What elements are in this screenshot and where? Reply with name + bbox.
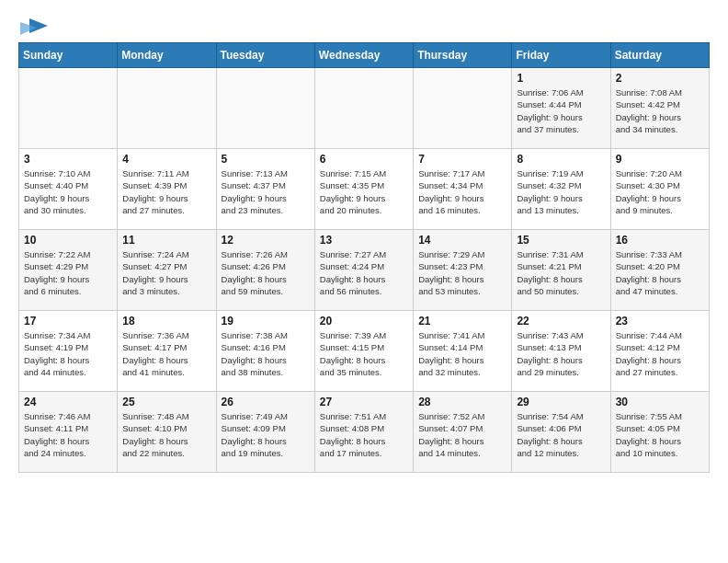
calendar-cell: 28Sunrise: 7:52 AM Sunset: 4:07 PM Dayli…	[414, 392, 512, 473]
calendar-cell: 30Sunrise: 7:55 AM Sunset: 4:05 PM Dayli…	[610, 392, 709, 473]
calendar-cell: 6Sunrise: 7:15 AM Sunset: 4:35 PM Daylig…	[314, 149, 413, 230]
day-number: 18	[122, 315, 210, 327]
calendar-cell: 5Sunrise: 7:13 AM Sunset: 4:37 PM Daylig…	[216, 149, 314, 230]
day-number: 8	[517, 153, 605, 166]
day-number: 16	[616, 234, 704, 247]
day-info: Sunrise: 7:41 AM Sunset: 4:14 PM Dayligh…	[418, 329, 506, 378]
weekday-header-wednesday: Wednesday	[314, 43, 413, 68]
calendar-cell: 9Sunrise: 7:20 AM Sunset: 4:30 PM Daylig…	[610, 149, 709, 230]
weekday-header-tuesday: Tuesday	[216, 43, 314, 68]
calendar-cell: 21Sunrise: 7:41 AM Sunset: 4:14 PM Dayli…	[414, 311, 512, 392]
weekday-header-thursday: Thursday	[414, 43, 512, 68]
calendar-header: SundayMondayTuesdayWednesdayThursdayFrid…	[19, 43, 710, 68]
day-number: 12	[222, 234, 310, 247]
day-info: Sunrise: 7:44 AM Sunset: 4:12 PM Dayligh…	[616, 329, 704, 378]
weekday-header-saturday: Saturday	[610, 43, 709, 68]
day-info: Sunrise: 7:22 AM Sunset: 4:29 PM Dayligh…	[24, 248, 112, 297]
calendar-cell: 8Sunrise: 7:19 AM Sunset: 4:32 PM Daylig…	[512, 149, 610, 230]
weekday-header-friday: Friday	[512, 43, 610, 68]
calendar-cell: 26Sunrise: 7:49 AM Sunset: 4:09 PM Dayli…	[216, 392, 314, 473]
calendar-cell: 7Sunrise: 7:17 AM Sunset: 4:34 PM Daylig…	[414, 149, 512, 230]
calendar-week-5: 24Sunrise: 7:46 AM Sunset: 4:11 PM Dayli…	[19, 392, 710, 473]
day-info: Sunrise: 7:15 AM Sunset: 4:35 PM Dayligh…	[320, 167, 408, 216]
calendar-cell: 13Sunrise: 7:27 AM Sunset: 4:24 PM Dayli…	[314, 230, 413, 311]
day-number: 5	[222, 153, 310, 166]
day-number: 14	[418, 234, 506, 247]
day-info: Sunrise: 7:24 AM Sunset: 4:27 PM Dayligh…	[122, 248, 210, 297]
day-info: Sunrise: 7:11 AM Sunset: 4:39 PM Dayligh…	[122, 167, 210, 216]
calendar-cell	[414, 68, 512, 149]
day-info: Sunrise: 7:55 AM Sunset: 4:05 PM Dayligh…	[616, 410, 704, 459]
day-info: Sunrise: 7:39 AM Sunset: 4:15 PM Dayligh…	[320, 329, 408, 378]
day-number: 24	[24, 396, 112, 408]
day-number: 17	[24, 315, 112, 327]
calendar-cell: 24Sunrise: 7:46 AM Sunset: 4:11 PM Dayli…	[19, 392, 118, 473]
calendar-cell: 22Sunrise: 7:43 AM Sunset: 4:13 PM Dayli…	[512, 311, 610, 392]
day-number: 3	[24, 153, 112, 166]
calendar-cell: 3Sunrise: 7:10 AM Sunset: 4:40 PM Daylig…	[19, 149, 118, 230]
calendar-cell: 2Sunrise: 7:08 AM Sunset: 4:42 PM Daylig…	[610, 68, 709, 149]
day-number: 6	[320, 153, 408, 166]
day-info: Sunrise: 7:43 AM Sunset: 4:13 PM Dayligh…	[517, 329, 605, 378]
calendar-week-2: 3Sunrise: 7:10 AM Sunset: 4:40 PM Daylig…	[19, 149, 710, 230]
day-info: Sunrise: 7:52 AM Sunset: 4:07 PM Dayligh…	[418, 410, 506, 459]
weekday-header-monday: Monday	[118, 43, 216, 68]
day-number: 1	[517, 72, 605, 85]
day-info: Sunrise: 7:27 AM Sunset: 4:24 PM Dayligh…	[320, 248, 408, 297]
day-number: 19	[222, 315, 310, 327]
day-info: Sunrise: 7:49 AM Sunset: 4:09 PM Dayligh…	[222, 410, 310, 459]
calendar-cell: 23Sunrise: 7:44 AM Sunset: 4:12 PM Dayli…	[610, 311, 709, 392]
weekday-header-sunday: Sunday	[19, 43, 118, 68]
calendar-cell: 4Sunrise: 7:11 AM Sunset: 4:39 PM Daylig…	[118, 149, 216, 230]
day-info: Sunrise: 7:33 AM Sunset: 4:20 PM Dayligh…	[616, 248, 704, 297]
day-info: Sunrise: 7:31 AM Sunset: 4:21 PM Dayligh…	[517, 248, 605, 297]
day-info: Sunrise: 7:48 AM Sunset: 4:10 PM Dayligh…	[122, 410, 210, 459]
calendar-cell: 12Sunrise: 7:26 AM Sunset: 4:26 PM Dayli…	[216, 230, 314, 311]
weekday-header-row: SundayMondayTuesdayWednesdayThursdayFrid…	[19, 43, 710, 68]
calendar-week-4: 17Sunrise: 7:34 AM Sunset: 4:19 PM Dayli…	[19, 311, 710, 392]
header-area	[18, 18, 710, 33]
calendar-cell: 1Sunrise: 7:06 AM Sunset: 4:44 PM Daylig…	[512, 68, 610, 149]
day-info: Sunrise: 7:10 AM Sunset: 4:40 PM Dayligh…	[24, 167, 112, 216]
day-info: Sunrise: 7:51 AM Sunset: 4:08 PM Dayligh…	[320, 410, 408, 459]
logo	[18, 18, 48, 33]
calendar-cell: 16Sunrise: 7:33 AM Sunset: 4:20 PM Dayli…	[610, 230, 709, 311]
day-number: 10	[24, 234, 112, 247]
calendar-cell: 10Sunrise: 7:22 AM Sunset: 4:29 PM Dayli…	[19, 230, 118, 311]
day-info: Sunrise: 7:17 AM Sunset: 4:34 PM Dayligh…	[418, 167, 506, 216]
svg-marker-0	[29, 18, 48, 33]
day-number: 22	[517, 315, 605, 327]
page: SundayMondayTuesdayWednesdayThursdayFrid…	[0, 0, 728, 482]
day-number: 4	[122, 153, 210, 166]
logo-text	[18, 18, 48, 37]
calendar-cell	[314, 68, 413, 149]
day-number: 21	[418, 315, 506, 327]
day-number: 26	[222, 396, 310, 408]
day-number: 15	[517, 234, 605, 247]
day-info: Sunrise: 7:34 AM Sunset: 4:19 PM Dayligh…	[24, 329, 112, 378]
day-number: 25	[122, 396, 210, 408]
day-number: 20	[320, 315, 408, 327]
day-info: Sunrise: 7:13 AM Sunset: 4:37 PM Dayligh…	[222, 167, 310, 216]
day-info: Sunrise: 7:08 AM Sunset: 4:42 PM Dayligh…	[616, 86, 704, 135]
calendar-cell: 11Sunrise: 7:24 AM Sunset: 4:27 PM Dayli…	[118, 230, 216, 311]
day-number: 27	[320, 396, 408, 408]
calendar-cell: 20Sunrise: 7:39 AM Sunset: 4:15 PM Dayli…	[314, 311, 413, 392]
day-info: Sunrise: 7:19 AM Sunset: 4:32 PM Dayligh…	[517, 167, 605, 216]
day-info: Sunrise: 7:36 AM Sunset: 4:17 PM Dayligh…	[122, 329, 210, 378]
calendar-cell: 18Sunrise: 7:36 AM Sunset: 4:17 PM Dayli…	[118, 311, 216, 392]
calendar-week-1: 1Sunrise: 7:06 AM Sunset: 4:44 PM Daylig…	[19, 68, 710, 149]
day-number: 7	[418, 153, 506, 166]
day-number: 23	[616, 315, 704, 327]
calendar-cell	[216, 68, 314, 149]
calendar-cell: 15Sunrise: 7:31 AM Sunset: 4:21 PM Dayli…	[512, 230, 610, 311]
day-number: 9	[616, 153, 704, 166]
day-number: 13	[320, 234, 408, 247]
day-number: 2	[616, 72, 704, 85]
day-number: 28	[418, 396, 506, 408]
day-number: 30	[616, 396, 704, 408]
calendar-cell: 14Sunrise: 7:29 AM Sunset: 4:23 PM Dayli…	[414, 230, 512, 311]
calendar-cell: 19Sunrise: 7:38 AM Sunset: 4:16 PM Dayli…	[216, 311, 314, 392]
calendar-body: 1Sunrise: 7:06 AM Sunset: 4:44 PM Daylig…	[19, 68, 710, 473]
calendar-week-3: 10Sunrise: 7:22 AM Sunset: 4:29 PM Dayli…	[19, 230, 710, 311]
